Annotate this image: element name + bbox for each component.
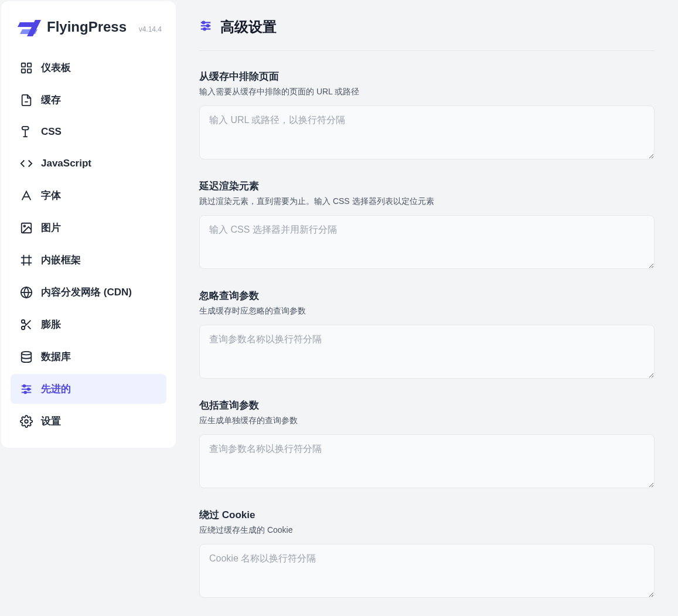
svg-line-11 — [28, 326, 30, 329]
page-title: 高级设置 — [220, 18, 277, 36]
svg-point-26 — [203, 28, 206, 30]
sidebar-item-label: 缓存 — [41, 93, 61, 107]
frame-icon — [20, 254, 33, 267]
field-label: 包括查询参数 — [199, 399, 655, 412]
sliders-icon — [20, 383, 33, 396]
css-icon — [20, 125, 33, 138]
svg-point-13 — [22, 351, 32, 355]
sidebar: FlyingPress v4.14.4 仪表板 缓存 CSS Java — [1, 1, 176, 448]
sidebar-item-label: 设置 — [41, 414, 61, 428]
svg-rect-3 — [28, 69, 31, 72]
exclude-pages-textarea[interactable] — [199, 105, 655, 159]
sidebar-item-settings[interactable]: 设置 — [11, 406, 166, 436]
sidebar-item-label: 图片 — [41, 221, 61, 234]
field-desc: 输入需要从缓存中排除的页面的 URL 或路径 — [199, 87, 655, 97]
field-exclude-pages: 从缓存中排除页面 输入需要从缓存中排除的页面的 URL 或路径 — [199, 70, 655, 162]
brand-name: FlyingPress — [47, 19, 127, 35]
field-include-query: 包括查询参数 应生成单独缓存的查询参数 — [199, 399, 655, 491]
font-icon — [20, 189, 33, 202]
sidebar-item-label: CSS — [41, 126, 62, 138]
sidebar-item-label: 数据库 — [41, 350, 71, 363]
svg-point-20 — [25, 420, 28, 423]
sidebar-item-label: 字体 — [41, 189, 61, 202]
field-label: 忽略查询参数 — [199, 289, 655, 302]
sidebar-item-dashboard[interactable]: 仪表板 — [11, 53, 166, 83]
page-header: 高级设置 — [199, 18, 655, 51]
field-desc: 应绕过缓存生成的 Cookie — [199, 525, 655, 536]
svg-point-18 — [28, 388, 30, 390]
svg-rect-0 — [22, 63, 25, 66]
svg-line-12 — [24, 322, 26, 325]
sidebar-item-database[interactable]: 数据库 — [11, 342, 166, 372]
sidebar-item-label: 内容分发网络 (CDN) — [41, 285, 132, 299]
field-desc: 应生成单独缓存的查询参数 — [199, 416, 655, 426]
sidebar-item-label: 内嵌框架 — [41, 253, 81, 267]
field-ignore-query: 忽略查询参数 生成缓存时应忽略的查询参数 — [199, 289, 655, 381]
sliders-icon — [199, 19, 212, 35]
brand-logo-icon — [18, 19, 41, 39]
sidebar-item-cache[interactable]: 缓存 — [11, 85, 166, 115]
svg-point-9 — [22, 326, 25, 329]
svg-rect-4 — [22, 127, 29, 130]
brand-version: v4.14.4 — [139, 25, 162, 33]
scissors-icon — [20, 318, 33, 331]
field-bypass-cookie: 绕过 Cookie 应绕过缓存生成的 Cookie — [199, 508, 655, 600]
field-label: 从缓存中排除页面 — [199, 70, 655, 83]
database-icon — [20, 350, 33, 363]
field-desc: 跳过渲染元素，直到需要为止。输入 CSS 选择器列表以定位元素 — [199, 196, 655, 207]
svg-point-25 — [207, 25, 209, 27]
svg-rect-1 — [28, 63, 31, 66]
sidebar-item-iframes[interactable]: 内嵌框架 — [11, 245, 166, 275]
sidebar-item-bloat[interactable]: 膨胀 — [11, 309, 166, 339]
ignore-query-textarea[interactable] — [199, 325, 655, 379]
lazy-render-textarea[interactable] — [199, 215, 655, 269]
field-label: 延迟渲染元素 — [199, 179, 655, 193]
sidebar-item-label: 膨胀 — [41, 318, 61, 331]
include-query-textarea[interactable] — [199, 434, 655, 488]
sidebar-item-css[interactable]: CSS — [11, 117, 166, 147]
svg-point-8 — [22, 319, 25, 323]
sidebar-item-label: 仪表板 — [41, 61, 71, 74]
globe-icon — [20, 286, 33, 299]
sidebar-item-cdn[interactable]: 内容分发网络 (CDN) — [11, 277, 166, 307]
field-label: 绕过 Cookie — [199, 508, 655, 522]
dashboard-icon — [20, 62, 33, 74]
cache-icon — [20, 94, 33, 107]
sidebar-item-javascript[interactable]: JavaScript — [11, 149, 166, 178]
sidebar-item-label: JavaScript — [41, 158, 91, 169]
svg-point-17 — [23, 384, 26, 387]
field-desc: 生成缓存时应忽略的查询参数 — [199, 306, 655, 316]
svg-rect-2 — [22, 69, 25, 72]
code-icon — [20, 157, 33, 170]
svg-point-6 — [23, 225, 25, 227]
sidebar-item-advanced[interactable]: 先进的 — [11, 374, 166, 404]
brand: FlyingPress v4.14.4 — [1, 13, 176, 53]
sidebar-item-images[interactable]: 图片 — [11, 213, 166, 243]
image-icon — [20, 222, 33, 234]
sidebar-item-label: 先进的 — [41, 382, 71, 396]
sidebar-item-fonts[interactable]: 字体 — [11, 181, 166, 210]
svg-point-24 — [203, 22, 205, 24]
field-lazy-render: 延迟渲染元素 跳过渲染元素，直到需要为止。输入 CSS 选择器列表以定位元素 — [199, 179, 655, 271]
bypass-cookie-textarea[interactable] — [199, 544, 655, 598]
sidebar-nav: 仪表板 缓存 CSS JavaScript 字体 — [1, 53, 176, 436]
gear-icon — [20, 415, 33, 428]
svg-point-19 — [24, 391, 26, 393]
main-content: 高级设置 从缓存中排除页面 输入需要从缓存中排除的页面的 URL 或路径 延迟渲… — [176, 0, 678, 616]
